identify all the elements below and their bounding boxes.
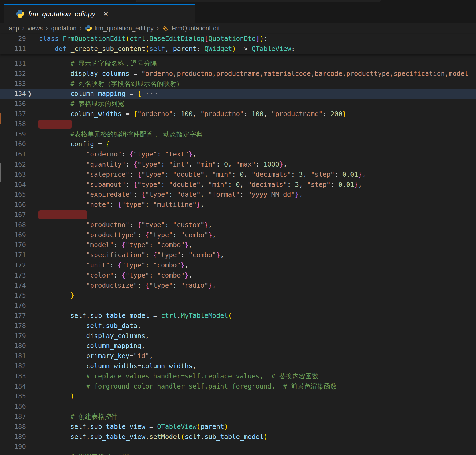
line-number[interactable]: 111 — [0, 44, 26, 54]
line-number[interactable]: 168 — [0, 220, 26, 230]
line-number[interactable]: 159 — [0, 129, 26, 139]
line-number[interactable]: 164 — [0, 180, 26, 190]
code-line[interactable]: 159#表格单元格的编辑控件配置， 动态指定字典 — [0, 129, 476, 139]
line-number[interactable]: 184 — [0, 381, 26, 391]
line-number[interactable]: 188 — [0, 422, 26, 432]
code-line[interactable]: 175} — [0, 290, 476, 300]
code-line[interactable]: 173"color": {"type": "combo"}, — [0, 270, 476, 280]
line-number[interactable]: 190 — [0, 442, 26, 452]
line-number[interactable]: 186 — [0, 401, 26, 412]
code-line[interactable]: 158 — [0, 119, 476, 129]
code-line[interactable]: 166"note": {"type": "multiline"}, — [0, 200, 476, 210]
line-number[interactable]: 180 — [0, 341, 26, 351]
line-number[interactable]: 173 — [0, 270, 26, 280]
code-line[interactable]: 168"productno": {"type": "custom"}, — [0, 220, 476, 230]
line-number[interactable]: 166 — [0, 200, 26, 210]
code-line[interactable]: 178self.sub_data, — [0, 321, 476, 331]
line-number[interactable]: 170 — [0, 240, 26, 250]
line-number[interactable]: 157 — [0, 109, 26, 119]
code-line[interactable]: 176 — [0, 300, 476, 311]
sticky-line[interactable]: 29class FrmQuotationEdit(ctrl.BaseEditDi… — [0, 34, 476, 44]
line-number[interactable]: 167 — [0, 210, 26, 220]
code-line[interactable]: 189self.sub_table_view.setModel(self.sub… — [0, 432, 476, 442]
tab-close-icon[interactable]: ✕ — [103, 10, 109, 17]
line-number[interactable] — [0, 452, 26, 455]
line-number[interactable]: 174 — [0, 280, 26, 291]
code-line[interactable]: 165"expiredate": {"type": "date", "forma… — [0, 189, 476, 200]
code-editor[interactable]: 29class FrmQuotationEdit(ctrl.BaseEditDi… — [0, 34, 476, 455]
line-number[interactable]: 160 — [0, 139, 26, 149]
code-token: = — [130, 352, 134, 360]
code-line[interactable]: 162"quantity": {"type": "int", "min": 0,… — [0, 159, 476, 169]
breadcrumb-app[interactable]: app — [9, 25, 19, 32]
code-line[interactable]: 180column_mapping, — [0, 341, 476, 351]
command-center[interactable] — [136, 0, 381, 2]
line-number[interactable]: 161 — [0, 149, 26, 159]
code-token: column_widths — [141, 362, 193, 370]
line-number[interactable]: 163 — [0, 169, 26, 180]
line-number[interactable]: 171 — [0, 250, 26, 260]
breadcrumb-file[interactable]: frm_quotation_edit.py — [85, 25, 154, 32]
line-number[interactable]: 189 — [0, 432, 26, 442]
line-number[interactable]: 183 — [0, 371, 26, 381]
line-number[interactable]: 131 — [0, 58, 26, 69]
code-line[interactable]: 187# 创建表格控件 — [0, 412, 476, 422]
code-line[interactable]: 134❯column_mapping = { ··· — [0, 89, 476, 99]
code-line[interactable]: 172"unit": {"type": "combo"}, — [0, 260, 476, 270]
code-line[interactable]: 174"productsize": {"type": "radio"}, — [0, 280, 476, 291]
line-number[interactable]: 165 — [0, 189, 26, 200]
line-number[interactable]: 176 — [0, 300, 26, 311]
line-number[interactable]: 132 — [0, 69, 26, 79]
line-number[interactable]: 187 — [0, 412, 26, 422]
line-number[interactable]: 185 — [0, 391, 26, 401]
code-line[interactable]: 160config = { — [0, 139, 476, 149]
line-number[interactable]: 156 — [0, 99, 26, 109]
breadcrumb-quotation[interactable]: quotation — [51, 25, 77, 32]
code-line[interactable]: 161"orderno": {"type": "text"}, — [0, 149, 476, 159]
code-line[interactable]: 169"producttype": {"type": "combo"}, — [0, 230, 476, 240]
line-number[interactable]: 177 — [0, 311, 26, 321]
code-line[interactable]: 188self.sub_table_view = QTableView(pare… — [0, 422, 476, 432]
code-line[interactable]: 132display_columns = "orderno,productno,… — [0, 69, 476, 79]
code-token: # 设置表格显示属性 — [71, 453, 131, 455]
code-line[interactable]: 181primary_key="id", — [0, 351, 476, 361]
line-number[interactable]: 169 — [0, 230, 26, 240]
line-number[interactable]: 134 — [0, 89, 26, 99]
code-line[interactable]: 164"subamout": {"type": "double", "min":… — [0, 180, 476, 190]
indent-guide — [71, 250, 71, 260]
code-line[interactable]: # 设置表格显示属性 — [0, 452, 476, 455]
code-line[interactable]: 179display_columns, — [0, 331, 476, 341]
code-line[interactable]: 190 — [0, 442, 476, 452]
code-token: "specification" — [86, 251, 145, 259]
line-number[interactable]: 162 — [0, 159, 26, 169]
code-line[interactable]: 167 — [0, 210, 476, 220]
code-line[interactable]: 133# 列名映射（字段名到显示名的映射） — [0, 79, 476, 89]
code-line[interactable]: 183# replace_values_handler=self.replace… — [0, 371, 476, 381]
code-line[interactable]: 184# forground_color_handler=self.paint_… — [0, 381, 476, 391]
line-number[interactable]: 29 — [0, 34, 26, 44]
fold-chevron-icon[interactable]: ❯ — [28, 89, 36, 99]
code-line[interactable]: 157column_widths = {"orderno": 100, "pro… — [0, 109, 476, 119]
line-number[interactable]: 179 — [0, 331, 26, 341]
sticky-line[interactable]: 111def _create_sub_content(self, parent:… — [0, 44, 476, 54]
line-number[interactable]: 182 — [0, 361, 26, 371]
code-line[interactable]: 163"saleprice": {"type": "double", "min"… — [0, 169, 476, 180]
line-number[interactable]: 158 — [0, 119, 26, 129]
code-line[interactable]: 171"specification": {"type": "combo"}, — [0, 250, 476, 260]
code-line[interactable]: 170"model": {"type": "combo"}, — [0, 240, 476, 250]
line-number[interactable]: 172 — [0, 260, 26, 270]
code-line[interactable]: 186 — [0, 401, 476, 412]
tab-frm-quotation-edit[interactable]: frm_quotation_edit.py ✕ — [4, 4, 195, 23]
code-line[interactable]: 177self.sub_table_model = ctrl.MyTableMo… — [0, 311, 476, 321]
code-line[interactable]: 182column_widths=column_widths, — [0, 361, 476, 371]
sticky-scroll[interactable]: 29class FrmQuotationEdit(ctrl.BaseEditDi… — [0, 34, 476, 54]
breadcrumb-symbol[interactable]: FrmQuotationEdit — [162, 25, 220, 32]
line-number[interactable]: 181 — [0, 351, 26, 361]
breadcrumb-views[interactable]: views — [28, 25, 43, 32]
code-line[interactable]: 185) — [0, 391, 476, 401]
line-number[interactable]: 175 — [0, 290, 26, 300]
line-number[interactable]: 178 — [0, 321, 26, 331]
code-line[interactable]: 156# 表格显示的列宽 — [0, 99, 476, 109]
code-line[interactable]: 131# 显示的字段名称，逗号分隔 — [0, 58, 476, 69]
line-number[interactable]: 133 — [0, 79, 26, 89]
